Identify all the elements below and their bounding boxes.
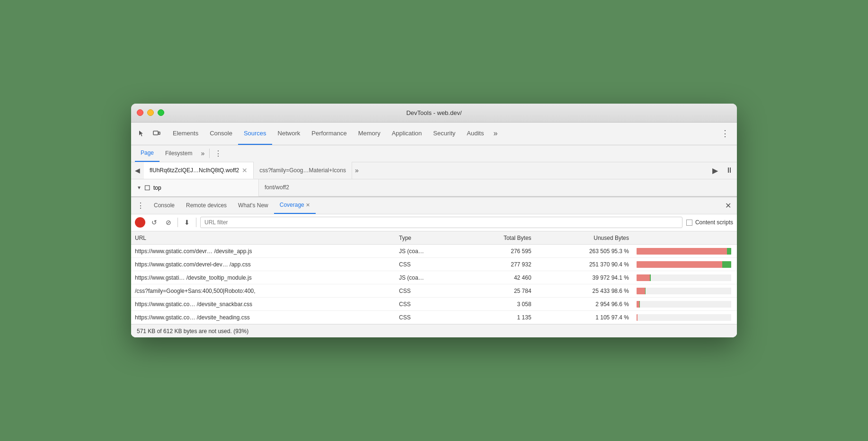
table-row[interactable]: https://www.gstatic.co… /devsite_snackba… xyxy=(131,298,737,311)
minimize-button[interactable] xyxy=(147,109,154,116)
tree-top-label: top xyxy=(153,185,161,191)
coverage-tab-close-btn[interactable]: ✕ xyxy=(306,202,310,208)
status-bar-text: 571 KB of 612 KB bytes are not used. (93… xyxy=(137,328,248,335)
devtools-tabs-bar: Elements Console Sources Network Perform… xyxy=(131,123,737,145)
table-cell-url: https://www.gstatic.co… /devsite_heading… xyxy=(131,311,395,324)
table-cell-url: https://www.gstatic.com/devr… /devsite_a… xyxy=(131,245,395,258)
device-toggle-icon[interactable] xyxy=(150,127,163,140)
table-cell-unused-bytes: 263 505 95.3 % xyxy=(535,245,633,258)
devtools-menu-button[interactable]: ⋮ xyxy=(717,122,733,145)
close-button[interactable] xyxy=(137,109,143,116)
col-total-bytes: Total Bytes xyxy=(462,231,535,245)
main-content-area: ▼ ☐ top font/woff2 xyxy=(131,179,737,196)
col-url: URL xyxy=(131,231,395,245)
unused-bar xyxy=(637,248,727,255)
coverage-record-button[interactable] xyxy=(135,217,145,228)
coverage-table-container: URL Type Total Bytes Unused Bytes https:… xyxy=(131,231,737,325)
drawer-tab-whats-new[interactable]: What's New xyxy=(232,197,274,214)
table-cell-total-bytes: 276 595 xyxy=(462,245,535,258)
content-scripts-checkbox[interactable] xyxy=(686,220,692,226)
content-scripts-label[interactable]: Content scripts xyxy=(686,219,733,226)
used-bar xyxy=(727,248,731,255)
tab-sources[interactable]: Sources xyxy=(238,122,272,145)
file-tab-woff2[interactable]: flUhRq6tzZclQEJ…NcIhQ8tQ.woff2 ✕ xyxy=(144,162,254,179)
url-filter-input[interactable] xyxy=(200,217,682,228)
tab-network[interactable]: Network xyxy=(272,122,306,145)
tab-memory[interactable]: Memory xyxy=(353,122,386,145)
file-tree-top-item[interactable]: ▼ ☐ top xyxy=(131,179,258,196)
sources-panel: Page Filesystem » ⋮ ◀ flUhRq6tzZclQEJ…Nc… xyxy=(131,145,737,338)
drawer-tab-remote-devices[interactable]: Remote devices xyxy=(180,197,232,214)
file-tab-more-button[interactable]: » xyxy=(352,167,362,174)
drawer-dotmenu-button[interactable]: ⋮ xyxy=(133,201,148,210)
used-bar xyxy=(722,261,731,268)
file-tabs-bar: ◀ flUhRq6tzZclQEJ…NcIhQ8tQ.woff2 ✕ css?f… xyxy=(131,162,737,179)
table-cell-total-bytes: 1 135 xyxy=(462,311,535,324)
table-cell-total-bytes: 3 058 xyxy=(462,298,535,311)
table-cell-url: https://www.gstatic.co… /devsite_snackba… xyxy=(131,298,395,311)
file-tree-panel: ▼ ☐ top xyxy=(131,179,259,196)
usage-bar xyxy=(637,314,731,321)
coverage-reload-button[interactable]: ↺ xyxy=(149,217,159,228)
table-row[interactable]: https://www.gstatic.co… /devsite_heading… xyxy=(131,311,737,324)
tab-performance[interactable]: Performance xyxy=(306,122,352,145)
pause-button[interactable]: ⏸ xyxy=(722,162,737,179)
table-cell-url: /css?family=Google+Sans:400,500|Roboto:4… xyxy=(131,284,395,298)
table-cell-total-bytes: 277 932 xyxy=(462,258,535,271)
subtab-dotmenu-button[interactable]: ⋮ xyxy=(212,149,225,158)
table-cell-bar xyxy=(633,284,737,298)
table-row[interactable]: https://www.gstatic.com/devrel-dev… /app… xyxy=(131,258,737,271)
table-cell-type: CSS xyxy=(395,284,462,298)
usage-bar xyxy=(637,248,731,255)
table-row[interactable]: https://www.gstati… /devsite_tooltip_mod… xyxy=(131,271,737,284)
table-cell-bar xyxy=(633,271,737,284)
file-tab-css[interactable]: css?family=Goog…Material+Icons xyxy=(254,162,352,179)
table-cell-url: https://www.gstatic.com/devrel-dev… /app… xyxy=(131,258,395,271)
devtools-window: DevTools - web.dev/ Elements Console Sou xyxy=(131,104,737,338)
run-button[interactable]: ▶ xyxy=(709,162,722,179)
tab-security[interactable]: Security xyxy=(427,122,461,145)
tab-application[interactable]: Application xyxy=(386,122,428,145)
tab-audits[interactable]: Audits xyxy=(461,122,489,145)
toolbar-icons xyxy=(135,127,163,140)
font-path-bar: font/woff2 xyxy=(259,179,737,196)
col-unused-bytes: Unused Bytes xyxy=(535,231,633,245)
table-row[interactable]: https://www.gstatic.com/devr… /devsite_a… xyxy=(131,245,737,258)
file-tab-right: ▶ ⏸ xyxy=(709,162,737,179)
usage-bar xyxy=(637,288,731,294)
tree-folder-icon: ☐ xyxy=(144,184,151,192)
tab-console[interactable]: Console xyxy=(204,122,238,145)
font-path-text: font/woff2 xyxy=(265,184,289,191)
usage-bar xyxy=(637,261,731,268)
table-cell-bar xyxy=(633,311,737,324)
tab-elements[interactable]: Elements xyxy=(167,122,204,145)
toolbar-divider-2 xyxy=(196,218,196,227)
toolbar-divider xyxy=(177,218,178,227)
table-row[interactable]: /css?family=Google+Sans:400,500|Roboto:4… xyxy=(131,284,737,298)
more-tabs-button[interactable]: » xyxy=(489,122,501,145)
coverage-download-button[interactable]: ⬇ xyxy=(182,217,192,228)
coverage-toolbar: ↺ ⊘ ⬇ Content scripts xyxy=(131,214,737,231)
sources-sub-tabs: Page Filesystem » ⋮ xyxy=(131,145,737,162)
drawer-tab-coverage[interactable]: Coverage ✕ xyxy=(274,197,316,214)
table-cell-url: https://www.gstati… /devsite_tooltip_mod… xyxy=(131,271,395,284)
col-type: Type xyxy=(395,231,462,245)
subtab-filesystem[interactable]: Filesystem xyxy=(159,145,198,162)
maximize-button[interactable] xyxy=(158,109,164,116)
usage-bar xyxy=(637,301,731,308)
coverage-stop-button[interactable]: ⊘ xyxy=(163,217,174,228)
traffic-lights xyxy=(137,109,164,116)
subtab-more-button[interactable]: » xyxy=(198,150,207,157)
subtab-page[interactable]: Page xyxy=(135,145,159,162)
table-cell-bar xyxy=(633,245,737,258)
table-cell-unused-bytes: 2 954 96.6 % xyxy=(535,298,633,311)
panel-toggle-button[interactable]: ◀ xyxy=(131,162,144,179)
file-tab-close-button[interactable]: ✕ xyxy=(242,167,248,174)
svg-rect-1 xyxy=(159,132,160,134)
cursor-icon[interactable] xyxy=(135,127,148,140)
drawer-close-button[interactable]: ✕ xyxy=(721,201,735,210)
table-cell-unused-bytes: 251 370 90.4 % xyxy=(535,258,633,271)
table-cell-unused-bytes: 1 105 97.4 % xyxy=(535,311,633,324)
table-cell-type: JS (coa… xyxy=(395,245,462,258)
drawer-tab-console[interactable]: Console xyxy=(148,197,180,214)
